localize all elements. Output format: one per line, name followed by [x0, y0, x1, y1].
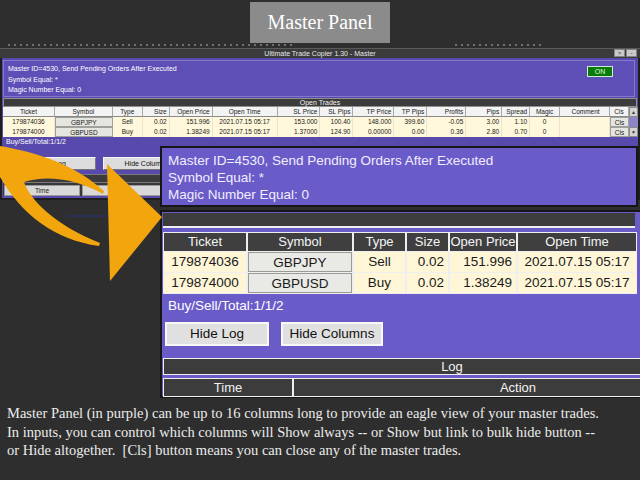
caption-line: Master Panel (in purple) can be up to 16…	[7, 404, 637, 423]
table-cell: 0.36	[427, 127, 466, 137]
table-row: 179874036 GBPJPY Sell 0.02 151.996 2021.…	[164, 252, 636, 272]
inset-header-row: Ticket Symbol Type Size Open Price Open …	[164, 233, 636, 251]
inset-master-id-line: Master ID=4530, Send Pending Orders Afte…	[168, 152, 636, 169]
scroll-up-icon[interactable]: ▲	[629, 107, 638, 117]
scroll-track[interactable]	[629, 117, 638, 127]
table-cell: 124.90	[320, 127, 353, 137]
inset-log-columns: Time Action	[163, 378, 640, 397]
caption-line: In inputs, you can control which columns…	[7, 423, 637, 442]
inset-log-header: Log	[163, 358, 640, 375]
table-cell: 3.00	[466, 117, 502, 127]
inset-hide-log-button[interactable]: Hide Log	[165, 322, 269, 346]
inset-col-symbol: Symbol	[248, 233, 352, 251]
cell-size: 0.02	[407, 273, 448, 293]
cell-type: Sell	[354, 252, 405, 272]
table-cell: 0.70	[502, 127, 530, 137]
window-minimize-button[interactable]: -	[626, 49, 637, 57]
column-header: SL Pips	[320, 107, 353, 117]
cell-open-time: 2021.07.15 05:17	[518, 252, 636, 272]
table-cell	[560, 117, 610, 127]
column-header: Spread	[502, 107, 530, 117]
table-cell: 0.00000	[353, 127, 394, 137]
table-cell[interactable]: Cls	[610, 127, 629, 137]
inset-hide-columns-button[interactable]: Hide Columns	[281, 322, 383, 346]
table-cell: 1.10	[502, 117, 530, 127]
table-cell: 153.000	[278, 117, 321, 127]
column-header: Pips	[466, 107, 502, 117]
table-cell[interactable]: Cls	[610, 117, 629, 127]
column-header: Profits	[427, 107, 466, 117]
column-header: Comment	[560, 107, 610, 117]
cell-ticket: 179874000	[164, 273, 246, 293]
caption-line: or Hide altogether. [Cls] button means y…	[7, 441, 637, 460]
caption-text: Master Panel (in purple) can be up to 16…	[7, 404, 637, 460]
window-expand-button[interactable]: >	[614, 49, 625, 57]
inset-open-trades-bar	[163, 213, 635, 228]
table-cell: 0	[530, 117, 560, 127]
cell-symbol[interactable]: GBPJPY	[248, 252, 352, 272]
inset-panel-background: Ticket Symbol Type Size Open Price Open …	[160, 210, 640, 398]
table-cell: 151.996	[170, 117, 213, 127]
inset-col-open-price: Open Price	[450, 233, 516, 251]
cell-open-price: 151.996	[450, 252, 516, 272]
table-cell: -0.05	[427, 117, 466, 127]
table-cell: 1.37000	[278, 127, 321, 137]
cell-open-time: 2021.07.15 05:17	[518, 273, 636, 293]
inset-col-size: Size	[407, 233, 448, 251]
table-cell	[560, 127, 610, 137]
column-header: TP Pips	[394, 107, 427, 117]
cell-type: Buy	[354, 273, 405, 293]
chart-dots-right	[455, 44, 543, 46]
table-cell: 2.80	[466, 127, 502, 137]
cell-ticket: 179874036	[164, 252, 246, 272]
inset-master-info-box: Master ID=4530, Send Pending Orders Afte…	[160, 146, 638, 207]
column-header: Magic	[530, 107, 560, 117]
column-header: Open Price	[170, 107, 213, 117]
page-title: Master Panel	[250, 2, 390, 43]
on-toggle-button[interactable]: ON	[587, 66, 613, 77]
column-header: SL Price	[278, 107, 321, 117]
magnified-panel-inset: Master ID=4530, Send Pending Orders Afte…	[160, 146, 640, 398]
table-cell: 2021.07.15 05:17	[213, 117, 278, 127]
table-cell: 0	[530, 127, 560, 137]
cell-size: 0.02	[407, 252, 448, 272]
window-title: Ultimate Trade Copier 1.30 - Master	[264, 50, 375, 57]
inset-log-time-column: Time	[164, 379, 292, 396]
curved-arrow-icon	[0, 0, 170, 300]
cell-open-price: 1.38249	[450, 273, 516, 293]
inset-symbol-equal-line: Symbol Equal: *	[168, 169, 636, 186]
inset-col-open-time: Open Time	[518, 233, 636, 251]
table-row: 179874000 GBPUSD Buy 0.02 1.38249 2021.0…	[164, 273, 636, 293]
table-cell: 2021.07.15 05:17	[213, 127, 278, 137]
column-header: Open Time	[213, 107, 278, 117]
inset-magic-number-line: Magic Number Equal: 0	[168, 186, 636, 203]
cell-symbol[interactable]: GBPUSD	[248, 273, 352, 293]
inset-open-trades-table: Ticket Symbol Type Size Open Price Open …	[163, 232, 637, 294]
inset-col-ticket: Ticket	[164, 233, 246, 251]
scroll-down-icon[interactable]: ▼	[629, 127, 638, 137]
inset-col-type: Type	[354, 233, 405, 251]
table-cell: 1.38249	[170, 127, 213, 137]
table-cell: 399.60	[394, 117, 427, 127]
table-cell: 0.00	[394, 127, 427, 137]
inset-buy-sell-total: Buy/Sell/Total:1/1/2	[168, 298, 284, 313]
column-header: TP Price	[353, 107, 394, 117]
column-header: Cls	[610, 107, 629, 117]
inset-log-action-column: Action	[294, 379, 640, 396]
table-cell: 148.000	[353, 117, 394, 127]
table-cell: 100.40	[320, 117, 353, 127]
